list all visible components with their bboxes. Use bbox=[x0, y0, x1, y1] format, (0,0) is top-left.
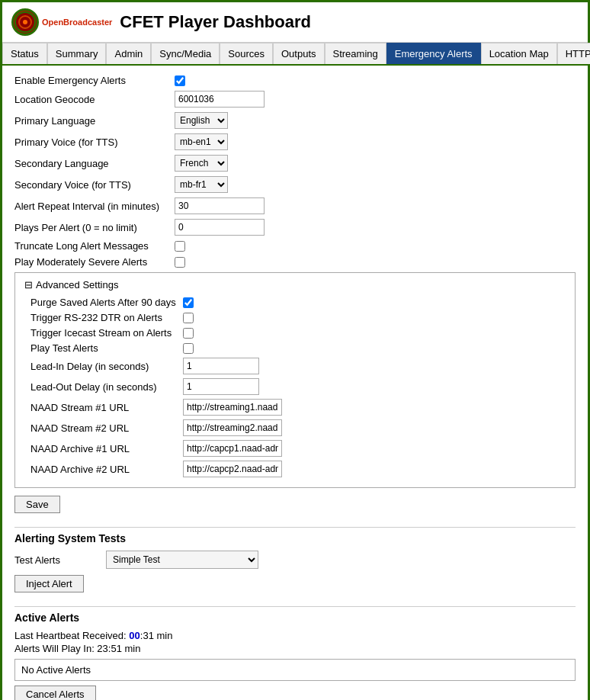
tab-emergency-alerts[interactable]: Emergency Alerts bbox=[386, 43, 481, 64]
trigger-icecast-label: Trigger Icecast Stream on Alerts bbox=[30, 327, 183, 339]
secondary-language-row: Secondary Language French English Spanis… bbox=[14, 155, 576, 172]
location-geocode-input[interactable] bbox=[175, 91, 265, 108]
nav-bar: Status Summary Admin Sync/Media Sources … bbox=[2, 43, 588, 66]
logo-text: OpenBroadcaster bbox=[42, 18, 112, 27]
tab-status[interactable]: Status bbox=[2, 43, 47, 64]
secondary-language-select[interactable]: French English Spanish bbox=[175, 155, 228, 172]
test-alerts-row: Test Alerts Simple Test Full Test Audio … bbox=[14, 551, 576, 569]
naad-archive1-input[interactable] bbox=[183, 440, 282, 457]
lead-in-row: Lead-In Delay (in seconds) bbox=[24, 358, 566, 374]
primary-voice-row: Primary Voice (for TTS) mb-en1 mb-en2 mb… bbox=[14, 133, 576, 150]
active-alerts-box: No Active Alerts bbox=[14, 659, 576, 681]
enable-alerts-label: Enable Emergency Alerts bbox=[14, 75, 175, 86]
svg-point-2 bbox=[23, 20, 27, 24]
secondary-voice-label: Secondary Voice (for TTS) bbox=[14, 179, 175, 191]
advanced-settings-box: ⊟ Advanced Settings Purge Saved Alerts A… bbox=[14, 272, 576, 488]
alert-repeat-input[interactable] bbox=[175, 197, 265, 214]
naad-archive1-row: NAAD Archive #1 URL bbox=[24, 440, 566, 457]
alert-repeat-row: Alert Repeat Interval (in minutes) bbox=[14, 197, 576, 214]
heartbeat-text: Last Heartbeat Received: 00:31 min bbox=[14, 630, 576, 641]
play-moderate-label: Play Moderately Severe Alerts bbox=[14, 256, 175, 268]
header: OpenBroadcaster CFET Player Dashboard bbox=[2, 2, 588, 43]
primary-language-row: Primary Language English French Spanish bbox=[14, 112, 576, 129]
play-test-row: Play Test Alerts bbox=[24, 342, 566, 354]
lead-out-input[interactable] bbox=[183, 378, 259, 395]
tab-admin[interactable]: Admin bbox=[106, 43, 151, 64]
trigger-rs232-label: Trigger RS-232 DTR on Alerts bbox=[30, 312, 183, 323]
alert-repeat-label: Alert Repeat Interval (in minutes) bbox=[14, 201, 175, 212]
primary-language-select[interactable]: English French Spanish bbox=[175, 112, 228, 129]
advanced-settings-title: ⊟ Advanced Settings bbox=[24, 279, 566, 291]
tab-streaming[interactable]: Streaming bbox=[325, 43, 386, 64]
primary-language-label: Primary Language bbox=[14, 115, 175, 127]
logo-icon bbox=[11, 8, 39, 36]
naad-stream2-row: NAAD Stream #2 URL bbox=[24, 419, 566, 436]
truncate-label: Truncate Long Alert Messages bbox=[14, 240, 175, 252]
purge-alerts-checkbox[interactable] bbox=[183, 297, 194, 308]
secondary-language-label: Secondary Language bbox=[14, 158, 175, 169]
trigger-rs232-row: Trigger RS-232 DTR on Alerts bbox=[24, 312, 566, 323]
enable-alerts-checkbox[interactable] bbox=[175, 75, 185, 86]
naad-archive1-label: NAAD Archive #1 URL bbox=[30, 443, 183, 454]
play-in-text: Alerts Will Play In: 23:51 min bbox=[14, 643, 576, 654]
app-title: CFET Player Dashboard bbox=[120, 12, 311, 32]
trigger-icecast-row: Trigger Icecast Stream on Alerts bbox=[24, 327, 566, 339]
tab-location-map[interactable]: Location Map bbox=[481, 43, 557, 64]
naad-stream1-row: NAAD Stream #1 URL bbox=[24, 399, 566, 416]
test-alerts-select[interactable]: Simple Test Full Test Audio Test bbox=[106, 551, 258, 569]
play-test-checkbox[interactable] bbox=[183, 343, 194, 354]
no-active-alerts-text: No Active Alerts bbox=[21, 664, 91, 676]
active-alerts-title: Active Alerts bbox=[14, 612, 576, 624]
app-window: OpenBroadcaster CFET Player Dashboard St… bbox=[0, 0, 590, 700]
tab-summary[interactable]: Summary bbox=[47, 43, 107, 64]
tab-sources[interactable]: Sources bbox=[220, 43, 273, 64]
play-test-label: Play Test Alerts bbox=[30, 342, 183, 354]
tab-sync-media[interactable]: Sync/Media bbox=[151, 43, 220, 64]
primary-voice-label: Primary Voice (for TTS) bbox=[14, 136, 175, 148]
location-geocode-row: Location Geocode bbox=[14, 91, 576, 108]
divider-1 bbox=[14, 527, 576, 528]
lead-out-label: Lead-Out Delay (in seconds) bbox=[30, 381, 183, 393]
naad-archive2-row: NAAD Archive #2 URL bbox=[24, 461, 566, 477]
naad-stream2-label: NAAD Stream #2 URL bbox=[30, 422, 183, 434]
plays-per-alert-input[interactable] bbox=[175, 219, 265, 236]
lead-in-input[interactable] bbox=[183, 358, 259, 374]
truncate-row: Truncate Long Alert Messages bbox=[14, 240, 576, 252]
plays-per-alert-row: Plays Per Alert (0 = no limit) bbox=[14, 219, 576, 236]
logo: OpenBroadcaster bbox=[11, 8, 112, 36]
naad-stream1-input[interactable] bbox=[183, 399, 282, 416]
play-moderate-checkbox[interactable] bbox=[175, 257, 185, 268]
trigger-icecast-checkbox[interactable] bbox=[183, 328, 194, 339]
naad-archive2-label: NAAD Archive #2 URL bbox=[30, 464, 183, 475]
naad-stream1-label: NAAD Stream #1 URL bbox=[30, 402, 183, 413]
primary-voice-select[interactable]: mb-en1 mb-en2 mb-en3 bbox=[175, 133, 228, 150]
content-area: Enable Emergency Alerts Location Geocode… bbox=[2, 66, 588, 700]
purge-alerts-row: Purge Saved Alerts After 90 days bbox=[24, 297, 566, 308]
save-button[interactable]: Save bbox=[14, 496, 60, 513]
lead-in-label: Lead-In Delay (in seconds) bbox=[30, 361, 183, 372]
cancel-alerts-button[interactable]: Cancel Alerts bbox=[14, 686, 96, 700]
truncate-checkbox[interactable] bbox=[175, 241, 185, 252]
naad-stream2-input[interactable] bbox=[183, 419, 282, 436]
plays-per-alert-label: Plays Per Alert (0 = no limit) bbox=[14, 222, 175, 233]
play-moderate-row: Play Moderately Severe Alerts bbox=[14, 256, 576, 268]
enable-alerts-row: Enable Emergency Alerts bbox=[14, 75, 576, 86]
alerting-tests-title: Alerting System Tests bbox=[14, 532, 576, 544]
tab-https-admin[interactable]: HTTP(S) Admin bbox=[557, 43, 590, 64]
naad-archive2-input[interactable] bbox=[183, 461, 282, 477]
divider-2 bbox=[14, 606, 576, 607]
trigger-rs232-checkbox[interactable] bbox=[183, 313, 194, 323]
heartbeat-time: 00 bbox=[129, 630, 139, 641]
secondary-voice-select[interactable]: mb-fr1 mb-fr2 bbox=[175, 176, 228, 193]
test-alerts-label: Test Alerts bbox=[14, 554, 106, 566]
lead-out-row: Lead-Out Delay (in seconds) bbox=[24, 378, 566, 395]
secondary-voice-row: Secondary Voice (for TTS) mb-fr1 mb-fr2 bbox=[14, 176, 576, 193]
location-geocode-label: Location Geocode bbox=[14, 94, 175, 105]
purge-alerts-label: Purge Saved Alerts After 90 days bbox=[30, 297, 183, 308]
inject-alert-button[interactable]: Inject Alert bbox=[14, 575, 84, 592]
tab-outputs[interactable]: Outputs bbox=[273, 43, 325, 64]
